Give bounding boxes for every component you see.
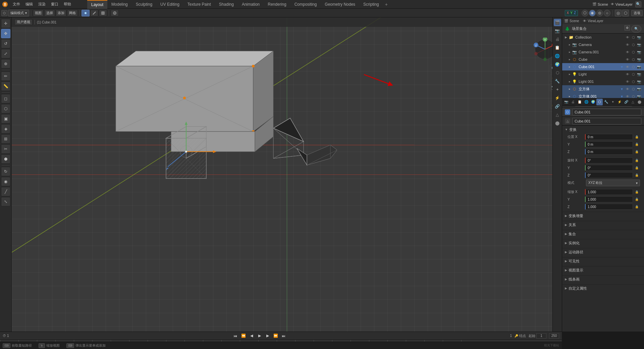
props-tab-object[interactable]: ⬡	[596, 99, 603, 105]
camera001-eye-icon[interactable]: 👁	[625, 50, 630, 54]
extrude-tool[interactable]: ⬡	[1, 104, 10, 113]
cube-zh-eye-icon[interactable]: 👁	[625, 87, 630, 91]
cube001-zh-filter-icon[interactable]: ▼	[620, 94, 624, 98]
tab-geometry-nodes[interactable]: Geometry Nodes	[321, 0, 359, 9]
properties-scenes-icon[interactable]: 🎬	[554, 19, 561, 26]
cube-zh-filter-icon[interactable]: ▼	[620, 87, 624, 91]
bevel-tool[interactable]: ◈	[1, 124, 10, 134]
cube001-zh-eye-icon[interactable]: 👁	[625, 94, 630, 98]
outliner-item-light001[interactable]: ▸ 💡 Light 001 👁 ⬡ 📷	[562, 78, 644, 85]
add-btn[interactable]: 添加	[56, 10, 66, 16]
pos-z-lock[interactable]: 🔒	[633, 149, 640, 155]
tab-texture-paint[interactable]: Texture Paint	[183, 0, 215, 9]
properties-world-icon[interactable]: 🌍	[554, 61, 561, 68]
tab-modeling[interactable]: Modeling	[107, 0, 132, 9]
transform-section-header[interactable]: ▼ 变换	[564, 126, 642, 133]
pos-x-input[interactable]: 0 m	[585, 134, 633, 140]
scale-x-input[interactable]: 1.000	[585, 189, 633, 195]
cube001-zh-disable-icon[interactable]: ⬡	[631, 94, 636, 98]
measure-tool[interactable]: 📏	[1, 82, 10, 91]
tab-animation[interactable]: Animation	[238, 0, 264, 9]
prev-frame-btn[interactable]: ⏪	[240, 333, 247, 339]
viewport-display-header[interactable]: ▶ 视图显示	[564, 266, 642, 274]
wireframe-shade-btn[interactable]: ⬡	[582, 10, 588, 16]
tab-uv-editing[interactable]: UV Editing	[156, 0, 183, 9]
cube-zh-disable-icon[interactable]: ⬡	[631, 87, 636, 91]
cube001-zh-render-icon[interactable]: 📷	[637, 94, 641, 98]
cursor-tool[interactable]: ✛	[1, 19, 10, 28]
outliner-item-light[interactable]: ▸ 💡 Light 👁 ⬡ 📷	[562, 70, 644, 78]
transform-tool[interactable]: ⊕	[1, 59, 10, 68]
cube-render-icon[interactable]: 📷	[637, 57, 641, 62]
tab-compositing[interactable]: Compositing	[290, 0, 321, 9]
props-tab-data[interactable]: △	[630, 99, 636, 105]
menu-help[interactable]: 帮助	[61, 0, 74, 9]
select-btn[interactable]: 选择	[44, 10, 55, 16]
cube001-disable-icon[interactable]: ⬡	[631, 64, 636, 69]
outliner-item-cube001[interactable]: ▸ ⬡ Cube.001 ▼ 👁 ⬡ 📷	[562, 63, 644, 70]
menu-edit[interactable]: 编辑	[23, 0, 36, 9]
scale-y-lock[interactable]: 🔒	[633, 196, 640, 202]
tab-add-button[interactable]: +	[383, 2, 390, 7]
overlay-btn[interactable]: ◎	[615, 10, 622, 16]
mode-dropdown[interactable]: 编辑模式 ▾	[8, 10, 29, 16]
mesh-name-field[interactable]: Cube.001	[572, 118, 641, 124]
props-tab-constraints[interactable]: 🔗	[623, 99, 629, 105]
props-tab-view-layer[interactable]: 📋	[577, 99, 583, 105]
3d-viewport[interactable]: 用户透视 (1) Cube.001 X Y Z	[12, 17, 562, 332]
rot-mode-dropdown[interactable]: XYZ 欧拉 ▾	[586, 180, 640, 186]
custom-props-header[interactable]: ▶ 自定义属性	[564, 285, 642, 292]
menu-window[interactable]: 窗口	[48, 0, 61, 9]
light001-render-icon[interactable]: 📷	[637, 79, 641, 84]
outliner-item-collection[interactable]: ▶ 📁 Collection 👁 ⬡ 📷	[562, 34, 644, 41]
cube001-render-icon[interactable]: 📷	[637, 64, 641, 69]
knife-tool[interactable]: ✂	[1, 144, 10, 154]
relations-header[interactable]: ▶ 关系	[564, 221, 642, 229]
props-tab-material[interactable]: ⬤	[636, 99, 643, 105]
blender-logo[interactable]: B	[0, 0, 10, 9]
next-keyframe-btn[interactable]: ▶	[265, 333, 271, 339]
play-btn[interactable]: ▶	[257, 333, 263, 339]
properties-render-icon[interactable]: 📷	[554, 27, 561, 35]
rot-x-input[interactable]: 0°	[585, 157, 633, 163]
outliner-item-cube001-zh[interactable]: ▸ ⬡ 立方体.001 ▼ 👁 ⬡ 📷	[562, 93, 644, 98]
outliner-item-camera001[interactable]: ▸ 📷 Camera.001 👁 ⬡ 📷	[562, 48, 644, 56]
camera-render-icon[interactable]: 📷	[637, 42, 641, 47]
camera-eye-icon[interactable]: 👁	[625, 42, 630, 47]
timeline-view-btn[interactable]: ⏱ 1	[3, 334, 9, 338]
properties-scene-icon[interactable]: 🌐	[554, 52, 561, 60]
inset-tool[interactable]: ▣	[1, 114, 10, 123]
camera001-disable-icon[interactable]: ⬡	[631, 50, 636, 54]
pos-z-input[interactable]: 0 m	[585, 149, 633, 155]
outliner-item-cube-zh[interactable]: ▸ ⬡ 立方体 ▼ 👁 ⬡ 📷	[562, 85, 644, 93]
loop-cut-tool[interactable]: ⊞	[1, 134, 10, 144]
props-tab-modifiers[interactable]: 🔧	[603, 99, 609, 105]
properties-particles-icon[interactable]: ✦	[554, 86, 561, 93]
properties-constraints-icon[interactable]: 🔗	[554, 103, 561, 110]
shrink-tool[interactable]: ⤡	[1, 197, 10, 206]
view-btn[interactable]: 视图	[33, 10, 44, 16]
rot-y-input[interactable]: 0°	[585, 165, 633, 171]
menu-file[interactable]: 文件	[10, 0, 23, 9]
material-shade-btn[interactable]: ◎	[596, 10, 603, 16]
scene-search-icon[interactable]: 🔍	[635, 1, 641, 7]
rot-x-lock[interactable]: 🔒	[633, 157, 640, 163]
outliner-search[interactable]: 🔍	[631, 25, 641, 33]
solid-shade-btn[interactable]: ◉	[589, 10, 596, 16]
camera-disable-icon[interactable]: ⬡	[631, 42, 636, 47]
light001-disable-icon[interactable]: ⬡	[631, 79, 636, 84]
camera001-render-icon[interactable]: 📷	[637, 50, 641, 54]
motion-path-header[interactable]: ▶ 运动路径	[564, 248, 642, 256]
spin-tool[interactable]: ↻	[1, 167, 10, 176]
edge-select-btn[interactable]	[90, 10, 98, 16]
properties-material-icon[interactable]: ⬤	[554, 119, 561, 127]
proportional-btn[interactable]	[111, 10, 119, 16]
scale-x-lock[interactable]: 🔒	[633, 189, 640, 195]
scale-z-lock[interactable]: 🔒	[633, 204, 640, 210]
light-disable-icon[interactable]: ⬡	[631, 72, 636, 77]
outliner-filter-btn[interactable]: ⚙	[625, 25, 630, 31]
poly-build-tool[interactable]: ⬢	[1, 154, 10, 164]
pos-y-lock[interactable]: 🔒	[633, 141, 640, 147]
rot-z-lock[interactable]: 🔒	[633, 172, 640, 178]
light-eye-icon[interactable]: 👁	[625, 72, 630, 77]
